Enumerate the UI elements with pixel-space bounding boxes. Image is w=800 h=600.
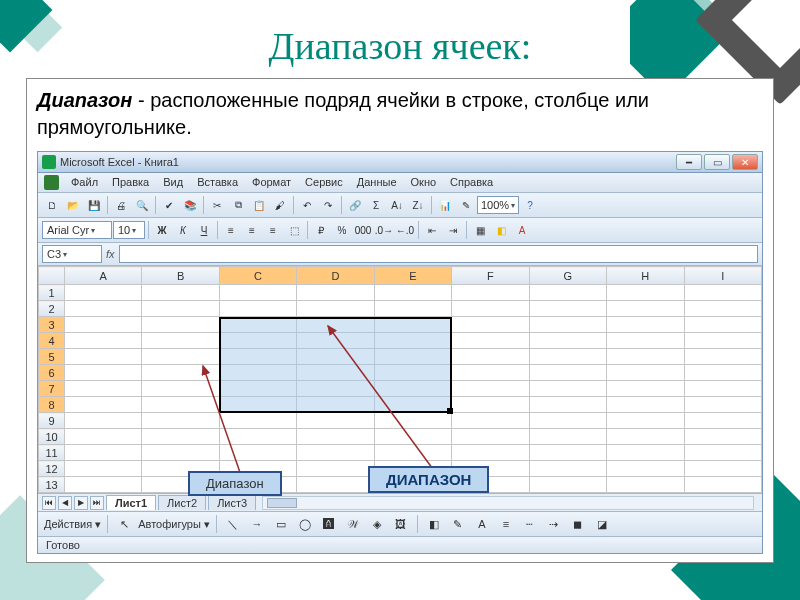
cell[interactable] — [142, 381, 219, 397]
menu-format[interactable]: Формат — [246, 175, 297, 190]
font-size-combo[interactable]: 10▾ — [113, 221, 145, 239]
tab-nav-prev[interactable]: ◀ — [58, 496, 72, 510]
lineweight-icon[interactable]: ≡ — [496, 514, 516, 534]
cell[interactable] — [607, 285, 684, 301]
fill-color-icon[interactable]: ◧ — [491, 220, 511, 240]
fillcolor-icon[interactable]: ◧ — [424, 514, 444, 534]
cell[interactable] — [607, 333, 684, 349]
inc-indent-icon[interactable]: ⇥ — [443, 220, 463, 240]
cell[interactable] — [529, 381, 606, 397]
fontcolor-icon[interactable]: A — [472, 514, 492, 534]
borders-icon[interactable]: ▦ — [470, 220, 490, 240]
cell[interactable] — [529, 301, 606, 317]
cell[interactable] — [297, 365, 374, 381]
row-header[interactable]: 3 — [39, 317, 65, 333]
menu-edit[interactable]: Правка — [106, 175, 155, 190]
textbox-icon[interactable]: 🅰 — [319, 514, 339, 534]
cell[interactable] — [374, 413, 451, 429]
cell[interactable] — [607, 381, 684, 397]
cell[interactable] — [607, 413, 684, 429]
save-icon[interactable]: 💾 — [84, 195, 104, 215]
cell[interactable] — [374, 285, 451, 301]
cell[interactable] — [142, 413, 219, 429]
comma-icon[interactable]: 000 — [353, 220, 373, 240]
cell[interactable] — [374, 429, 451, 445]
cut-icon[interactable]: ✂ — [207, 195, 227, 215]
cell[interactable] — [65, 397, 142, 413]
cell[interactable] — [452, 349, 529, 365]
redo-icon[interactable]: ↷ — [318, 195, 338, 215]
cell[interactable] — [142, 365, 219, 381]
cell[interactable] — [219, 317, 296, 333]
cell[interactable] — [142, 333, 219, 349]
copy-icon[interactable]: ⧉ — [228, 195, 248, 215]
dec-indent-icon[interactable]: ⇤ — [422, 220, 442, 240]
clipart-icon[interactable]: 🖼 — [391, 514, 411, 534]
undo-icon[interactable]: ↶ — [297, 195, 317, 215]
cell[interactable] — [452, 413, 529, 429]
help-icon[interactable]: ? — [520, 195, 540, 215]
column-header[interactable]: G — [529, 267, 606, 285]
column-header[interactable]: C — [219, 267, 296, 285]
merge-icon[interactable]: ⬚ — [284, 220, 304, 240]
diagram-icon[interactable]: ◈ — [367, 514, 387, 534]
cell[interactable] — [297, 397, 374, 413]
cell[interactable] — [529, 413, 606, 429]
cell[interactable] — [219, 429, 296, 445]
cell[interactable] — [65, 301, 142, 317]
minimize-button[interactable]: ━ — [676, 154, 702, 170]
chart-icon[interactable]: 📊 — [435, 195, 455, 215]
menu-view[interactable]: Вид — [157, 175, 189, 190]
paste-icon[interactable]: 📋 — [249, 195, 269, 215]
preview-icon[interactable]: 🔍 — [132, 195, 152, 215]
column-header[interactable]: A — [65, 267, 142, 285]
column-header[interactable] — [39, 267, 65, 285]
percent-icon[interactable]: % — [332, 220, 352, 240]
cell[interactable] — [219, 365, 296, 381]
align-left-icon[interactable]: ≡ — [221, 220, 241, 240]
inc-decimal-icon[interactable]: .0→ — [374, 220, 394, 240]
menu-help[interactable]: Справка — [444, 175, 499, 190]
cell[interactable] — [529, 445, 606, 461]
row-header[interactable]: 10 — [39, 429, 65, 445]
cell[interactable] — [684, 285, 762, 301]
cell[interactable] — [374, 301, 451, 317]
drawing-icon[interactable]: ✎ — [456, 195, 476, 215]
bold-icon[interactable]: Ж — [152, 220, 172, 240]
close-button[interactable]: ✕ — [732, 154, 758, 170]
cell[interactable] — [374, 445, 451, 461]
pointer-icon[interactable]: ↖ — [114, 514, 134, 534]
cell[interactable] — [65, 413, 142, 429]
cell[interactable] — [65, 365, 142, 381]
cell[interactable] — [452, 445, 529, 461]
arrow-icon[interactable]: → — [247, 514, 267, 534]
cell[interactable] — [684, 397, 762, 413]
cell[interactable] — [65, 381, 142, 397]
maximize-button[interactable]: ▭ — [704, 154, 730, 170]
cell[interactable] — [607, 349, 684, 365]
cell[interactable] — [684, 317, 762, 333]
cell[interactable] — [297, 477, 374, 493]
cell[interactable] — [684, 349, 762, 365]
menu-tools[interactable]: Сервис — [299, 175, 349, 190]
cell[interactable] — [529, 349, 606, 365]
cell[interactable] — [297, 381, 374, 397]
cell[interactable] — [297, 285, 374, 301]
row-header[interactable]: 4 — [39, 333, 65, 349]
cell[interactable] — [452, 365, 529, 381]
row-header[interactable]: 9 — [39, 413, 65, 429]
cell[interactable] — [607, 301, 684, 317]
cell[interactable] — [529, 333, 606, 349]
cell[interactable] — [219, 349, 296, 365]
row-header[interactable]: 6 — [39, 365, 65, 381]
column-header[interactable]: B — [142, 267, 219, 285]
cell[interactable] — [607, 445, 684, 461]
fx-icon[interactable]: fx — [106, 248, 115, 260]
cell[interactable] — [297, 333, 374, 349]
sheet-tab-2[interactable]: Лист2 — [158, 495, 206, 510]
cell[interactable] — [529, 317, 606, 333]
cell[interactable] — [297, 301, 374, 317]
cell[interactable] — [142, 445, 219, 461]
link-icon[interactable]: 🔗 — [345, 195, 365, 215]
cell[interactable] — [219, 397, 296, 413]
